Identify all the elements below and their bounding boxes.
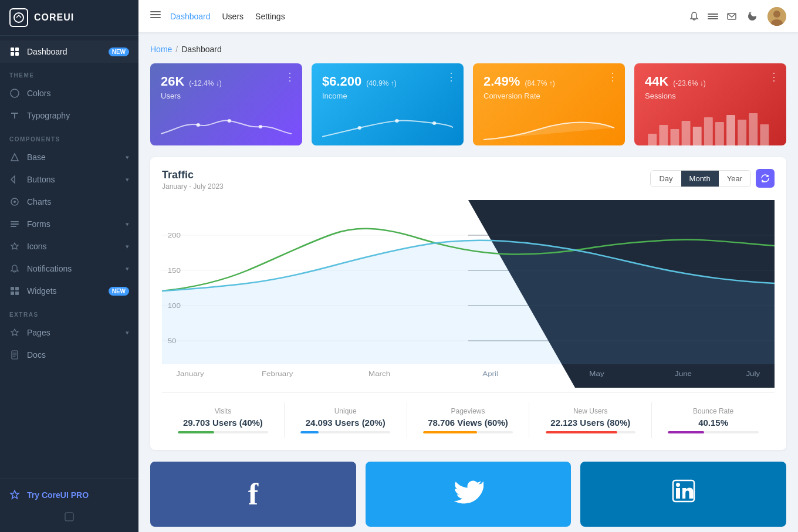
social-cards-grid: f: [150, 462, 786, 527]
header-nav-settings[interactable]: Settings: [255, 12, 285, 21]
users-card-menu[interactable]: ⋮: [285, 70, 295, 83]
sidebar-bottom: Try CoreUI PRO: [0, 479, 138, 532]
sidebar-item-notifications[interactable]: Notifications ▾: [0, 257, 138, 280]
sidebar-item-buttons[interactable]: Buttons ▾: [0, 168, 138, 191]
conversion-label: Conversion Rate: [483, 92, 614, 100]
bounce-rate-value: 40.15%: [657, 418, 770, 428]
list-icon[interactable]: [708, 11, 718, 22]
sessions-value: 44K: [645, 74, 668, 89]
month-button[interactable]: Month: [681, 171, 719, 187]
bell-icon[interactable]: [689, 11, 699, 22]
svg-rect-41: [693, 127, 702, 145]
traffic-chart: 200 150 100 50 January February March Ap…: [162, 200, 775, 388]
unique-progress: [300, 431, 390, 433]
stat-new-users: New Users 22.123 Users (80%): [529, 402, 652, 438]
conversion-change: (84.7% ↑): [525, 79, 554, 87]
sidebar-item-label-base: Base: [27, 153, 46, 162]
top-header: Dashboard Users Settings: [138, 0, 798, 33]
sidebar-item-label-pages: Pages: [27, 328, 50, 337]
forms-icon: [9, 219, 20, 229]
sidebar-item-charts[interactable]: Charts: [0, 191, 138, 213]
widgets-icon: [9, 286, 20, 296]
sidebar-item-typography[interactable]: Typography: [0, 104, 138, 127]
new-users-fill: [546, 431, 618, 433]
stat-card-users: ⋮ 26K (-12.4% ↓) Users: [150, 63, 302, 145]
svg-text:March: March: [368, 370, 390, 378]
svg-rect-16: [11, 292, 14, 295]
day-button[interactable]: Day: [651, 171, 681, 187]
svg-point-32: [228, 119, 231, 123]
sessions-card-menu[interactable]: ⋮: [769, 70, 779, 83]
icons-arrow: ▾: [126, 243, 129, 250]
sidebar-item-forms[interactable]: Forms ▾: [0, 213, 138, 235]
svg-text:April: April: [482, 370, 498, 378]
sidebar-item-colors[interactable]: Colors: [0, 82, 138, 104]
docs-icon: [9, 350, 20, 360]
breadcrumb-current: Dashboard: [181, 45, 222, 54]
linkedin-card[interactable]: [580, 462, 786, 527]
svg-text:January: January: [176, 370, 204, 378]
sidebar-item-pages[interactable]: Pages ▾: [0, 321, 138, 344]
header-nav-users[interactable]: Users: [222, 12, 244, 21]
svg-text:200: 200: [168, 232, 181, 239]
dark-mode-toggle[interactable]: [745, 9, 759, 23]
facebook-card[interactable]: f: [150, 462, 356, 527]
forms-arrow: ▾: [126, 221, 129, 228]
svg-point-9: [13, 201, 16, 203]
hamburger-button[interactable]: [150, 9, 161, 23]
income-sparkline: [322, 106, 453, 145]
bounce-rate-fill: [668, 431, 704, 433]
sidebar-logo[interactable]: COREUI: [0, 0, 138, 36]
breadcrumb: Home / Dashboard: [150, 45, 786, 54]
logo-icon: [9, 8, 28, 27]
bounce-rate-progress: [668, 431, 758, 433]
refresh-button[interactable]: [756, 169, 775, 188]
sidebar-item-dashboard[interactable]: Dashboard NEW: [0, 40, 138, 63]
traffic-header: Traffic January - July 2023 Day Month Ye…: [162, 169, 775, 191]
pages-arrow: ▾: [126, 329, 129, 337]
svg-rect-39: [671, 129, 679, 145]
stat-card-conversion: ⋮ 2.49% (84.7% ↑) Conversion Rate: [473, 63, 625, 145]
sidebar-item-base[interactable]: Base ▾: [0, 146, 138, 168]
svg-rect-40: [682, 121, 691, 145]
sidebar-item-widgets[interactable]: Widgets NEW: [0, 280, 138, 302]
svg-rect-26: [708, 18, 718, 19]
svg-rect-12: [11, 226, 16, 227]
year-button[interactable]: Year: [719, 171, 750, 187]
unique-fill: [300, 431, 319, 433]
try-pro-link[interactable]: Try CoreUI PRO: [0, 484, 138, 506]
sidebar-item-label-dashboard: Dashboard: [27, 47, 67, 56]
notifications-arrow: ▾: [126, 265, 129, 273]
visits-progress: [178, 431, 268, 433]
dashboard-badge: NEW: [109, 48, 129, 56]
income-change: (40.9% ↑): [366, 79, 396, 87]
breadcrumb-home[interactable]: Home: [150, 45, 172, 54]
user-avatar[interactable]: [767, 7, 786, 26]
twitter-card[interactable]: [366, 462, 572, 527]
svg-rect-20: [65, 513, 73, 521]
svg-text:July: July: [746, 370, 760, 378]
header-navigation: Dashboard Users Settings: [170, 12, 679, 21]
stat-unique: Unique 24.093 Users (20%): [285, 402, 407, 438]
traffic-subtitle: January - July 2023: [162, 182, 224, 191]
sidebar-item-docs[interactable]: Docs: [0, 344, 138, 366]
pageviews-fill: [423, 431, 477, 433]
svg-rect-24: [708, 13, 718, 15]
svg-rect-17: [15, 292, 19, 295]
svg-marker-13: [11, 243, 18, 249]
envelope-icon[interactable]: [726, 11, 737, 22]
main-content: Dashboard Users Settings: [138, 0, 798, 532]
pageviews-label: Pageviews: [412, 407, 525, 415]
sidebar-item-icons[interactable]: Icons ▾: [0, 235, 138, 257]
sidebar-item-label-buttons: Buttons: [27, 175, 55, 184]
sidebar-collapse-button[interactable]: [0, 506, 138, 527]
svg-rect-25: [708, 16, 718, 17]
svg-rect-37: [648, 134, 657, 145]
conversion-card-menu[interactable]: ⋮: [607, 70, 618, 83]
svg-text:150: 150: [168, 267, 181, 275]
header-nav-dashboard[interactable]: Dashboard: [170, 12, 211, 21]
stat-card-sessions: ⋮ 44K (-23.6% ↓) Sessions: [634, 63, 786, 145]
time-period-selector: Day Month Year: [650, 170, 751, 187]
svg-point-5: [11, 89, 19, 97]
income-card-menu[interactable]: ⋮: [446, 70, 457, 83]
